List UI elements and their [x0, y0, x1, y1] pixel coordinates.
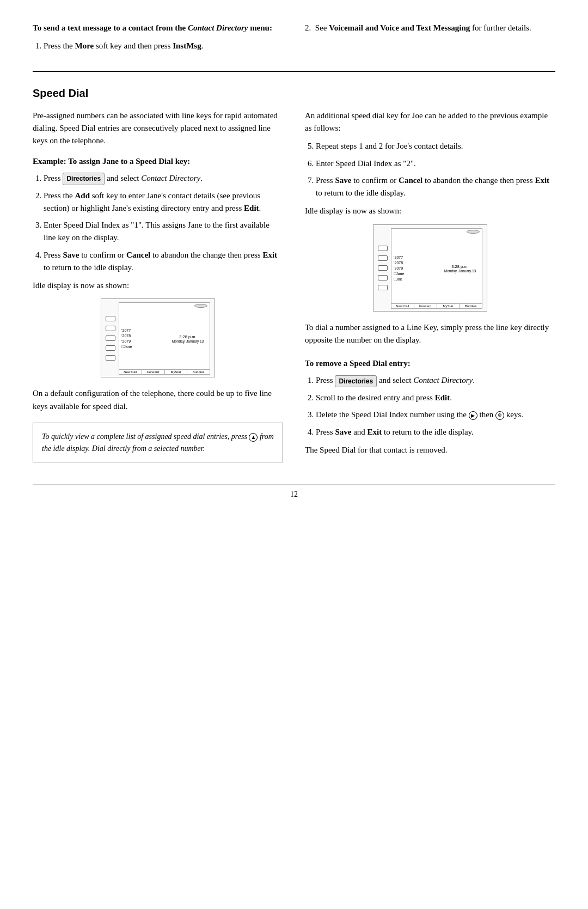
softkey-buddies-1: Buddies [187, 370, 210, 374]
intro-text: Pre-assigned numbers can be associated w… [33, 109, 283, 148]
screen-line-4a: □Jane [121, 345, 166, 349]
screen-line-2a: ‘2078 [121, 334, 166, 338]
x-button: ⊗ [495, 411, 504, 420]
right-step-6: Enter Speed Dial Index as "2". [316, 157, 555, 170]
exit-bold-1: Exit [262, 251, 277, 259]
remove-heading: To remove a Speed Dial entry: [305, 357, 555, 370]
exit-bold-3: Exit [367, 428, 382, 436]
phone-screen-2: ‘2077 ‘2078 ‘2079 □Jane □Joe 3:28 p.m. M… [391, 228, 482, 309]
phone-screen-1: ‘2077 ‘2078 ‘2079 □Jane 3:28 p.m. Monday… [119, 302, 210, 375]
line-key-2-2 [378, 255, 388, 261]
softkey-forward-2: Forward [414, 304, 437, 308]
edit-bold-2: Edit [435, 393, 450, 402]
main-content: Pre-assigned numbers can be associated w… [33, 109, 555, 462]
top-heading-bold: To send a text message to a contact from… [33, 23, 272, 32]
screen-ellipse-2 [467, 230, 480, 234]
time-display-1: 3:28 p.m. [168, 334, 207, 339]
screen-line-3b: ‘2079 [394, 266, 438, 270]
idle-display-label-2: Idle display is now as shown: [305, 205, 555, 217]
softkey-forward-1: Forward [142, 370, 165, 374]
line-key-3 [106, 335, 115, 341]
removed-text: The Speed Dial for that contact is remov… [305, 444, 555, 456]
to-dial-text: To dial a number assigned to a Line Key,… [305, 321, 555, 347]
remove-step-1: Press Directories and select Contact Dir… [316, 374, 555, 387]
line-key-2-4 [378, 275, 388, 280]
edit-bold-1: Edit [244, 204, 259, 212]
top-right: 2. See Voicemail and Voice and Text Mess… [305, 22, 555, 58]
screen-line-3a: ‘2079 [121, 339, 166, 343]
top-left-heading: To send a text message to a contact from… [33, 22, 283, 34]
phone-screen-time-1: 3:28 p.m. Monday, January 13 [166, 308, 210, 369]
top-left: To send a text message to a contact from… [33, 22, 283, 58]
phone-screen-area-2: ‘2077 ‘2078 ‘2079 □Jane □Joe 3:28 p.m. M… [373, 225, 487, 311]
save-bold-2: Save [335, 176, 351, 185]
right-steps-list: Repeat steps 1 and 2 for Joe's contact d… [316, 140, 555, 199]
add-bold: Add [75, 191, 90, 200]
line-key-5 [106, 355, 115, 361]
softkey-newcall-2: New Call [391, 304, 414, 308]
directories-button-1[interactable]: Directories [63, 173, 105, 185]
contact-directory-link-2: Contact Directory [413, 376, 473, 385]
left-step-3: Enter Speed Dial Index as "1". This assi… [44, 219, 283, 245]
right-intro: An additional speed dial key for Joe can… [305, 109, 555, 135]
left-step-1: Press Directories and select Contact Dir… [44, 172, 283, 185]
cancel-bold-2: Cancel [399, 176, 422, 185]
more-bold: More [75, 41, 94, 50]
phone-line-keys-2 [373, 225, 390, 311]
phone-screen-body-2: ‘2077 ‘2078 ‘2079 □Jane □Joe 3:28 p.m. M… [391, 234, 482, 303]
top-right-step2: 2. See Voicemail and Voice and Text Mess… [305, 22, 555, 34]
time-display-2: 3:28 p.m. [440, 264, 480, 269]
directories-button-2[interactable]: Directories [335, 375, 377, 388]
softkey-buddies-2: Buddies [460, 304, 482, 308]
top-left-steps: Press the More soft key and then press I… [44, 40, 283, 52]
phone-line-keys-1 [101, 299, 118, 377]
remove-steps-list: Press Directories and select Contact Dir… [316, 374, 555, 438]
exit-bold-2: Exit [535, 176, 549, 185]
screen-ellipse-1 [194, 304, 207, 308]
top-step-1: Press the More soft key and then press I… [44, 40, 283, 52]
phone-diagram-2: ‘2077 ‘2078 ‘2079 □Jane □Joe 3:28 p.m. M… [373, 224, 487, 312]
voicemail-bold: Voicemail and Voice and Text Messaging [329, 23, 470, 32]
line-key-2-3 [378, 265, 388, 271]
line-key-1 [106, 316, 115, 321]
on-default-text: On a default configuration of the teleph… [33, 387, 283, 413]
line-key-2-1 [378, 246, 388, 251]
example-heading: Example: To assign Jane to a Speed Dial … [33, 155, 283, 168]
right-arrow-button [469, 411, 477, 420]
remove-step-3: Delete the Speed Dial Index number using… [316, 408, 555, 421]
save-bold-3: Save [335, 428, 351, 436]
softkey-newcall-1: New Call [119, 370, 142, 374]
phone-softkeys-1: New Call Forward MyStat Buddies [119, 369, 210, 374]
right-step-5: Repeat steps 1 and 2 for Joe's contact d… [316, 140, 555, 152]
left-steps-list: Press Directories and select Contact Dir… [44, 172, 283, 274]
left-column: Pre-assigned numbers can be associated w… [33, 109, 283, 462]
screen-line-5b: □Joe [394, 277, 438, 281]
softkey-mystat-1: MyStat [165, 370, 188, 374]
top-section: To send a text message to a contact from… [33, 22, 555, 72]
page-footer: 12 [33, 484, 555, 499]
phone-screen-top-1 [119, 303, 210, 308]
right-column: An additional speed dial key for Joe can… [305, 109, 555, 462]
screen-line-1b: ‘2077 [394, 255, 438, 259]
screen-line-1a: ‘2077 [121, 328, 166, 332]
idle-display-label-1: Idle display is now as shown: [33, 279, 283, 292]
line-key-2 [106, 326, 115, 331]
page-number: 12 [290, 490, 298, 498]
phone-softkeys-2: New Call Forward MyStat Buddies [391, 303, 482, 308]
phone-screen-labels-1: ‘2077 ‘2078 ‘2079 □Jane [119, 308, 166, 369]
line-key-4 [106, 345, 115, 351]
phone-screen-time-2: 3:28 p.m. Monday, January 13 [438, 234, 482, 303]
phone-screen-body-1: ‘2077 ‘2078 ‘2079 □Jane 3:28 p.m. Monday… [119, 308, 210, 369]
remove-step-4: Press Save and Exit to return to the idl… [316, 426, 555, 438]
phone-diagram-1: ‘2077 ‘2078 ‘2079 □Jane 3:28 p.m. Monday… [101, 298, 215, 377]
up-arrow-icon: ▲ [249, 433, 258, 442]
softkey-mystat-2: MyStat [437, 304, 460, 308]
save-bold-1: Save [63, 251, 79, 259]
contact-directory-link: Contact Directory [141, 174, 200, 182]
cancel-bold-1: Cancel [126, 251, 150, 259]
phone-screen-labels-2: ‘2077 ‘2078 ‘2079 □Jane □Joe [391, 234, 438, 303]
contact-directory-italic: Contact Directory [188, 23, 248, 32]
note-box: To quickly view a complete list of assig… [33, 423, 283, 462]
note-text-1: To quickly view a complete list of assig… [42, 432, 249, 441]
date-display-1: Monday, January 13 [168, 339, 207, 343]
